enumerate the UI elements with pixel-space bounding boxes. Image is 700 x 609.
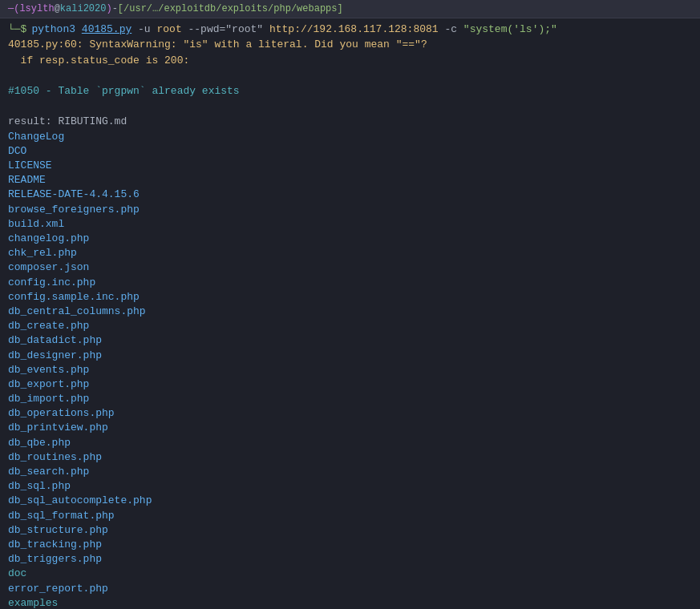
terminal-content: └─$ python3 40185.py -u root --pwd="root… [0, 18, 700, 609]
file-item: composer.json [8, 260, 692, 275]
prompt-arrow: └─$ [8, 23, 26, 35]
file-item: db_designer.php [8, 349, 692, 363]
file-item: db_export.php [8, 377, 692, 392]
file-item: db_tracking.php [8, 538, 692, 552]
file-item: LICENSE [8, 159, 692, 173]
file-item: db_qbe.php [8, 436, 692, 450]
file-item: DCO [8, 144, 692, 159]
prompt-line: └─$ python3 40185.py -u root --pwd="root… [8, 23, 692, 35]
warning-line: 40185.py:60: SyntaxWarning: "is" with a … [8, 37, 692, 53]
title-bar: ─(lsylth@kali2020)-[/usr/…/exploitdb/exp… [0, 0, 700, 18]
warning-indent-line: if resp.status_code is 200: [8, 53, 692, 69]
file-item: db_triggers.php [8, 552, 692, 567]
file-item: db_sql.php [8, 479, 692, 494]
title-host: kali2020 [60, 3, 107, 14]
command-text: python3 40185.py -u root --pwd="root" ht… [31, 23, 556, 35]
file-item: doc [8, 567, 692, 581]
file-item: db_events.php [8, 363, 692, 377]
file-item: examples [8, 596, 692, 609]
terminal-window: ─(lsylth@kali2020)-[/usr/…/exploitdb/exp… [0, 0, 700, 609]
file-item: README [8, 173, 692, 188]
file-item: db_sql_autocomplete.php [8, 494, 692, 508]
script-file: 40185.py [82, 23, 132, 35]
error-line: #1050 - Table `prgpwn` already exists [8, 83, 692, 99]
file-item: db_central_columns.php [8, 304, 692, 319]
file-item: db_sql_format.php [8, 509, 692, 523]
file-item: db_structure.php [8, 523, 692, 538]
file-item: db_import.php [8, 392, 692, 406]
file-item: db_operations.php [8, 406, 692, 421]
file-item: browse_foreigners.php [8, 203, 692, 217]
file-item: error_report.php [8, 582, 692, 596]
file-item: db_printview.php [8, 421, 692, 435]
empty-line-1 [8, 68, 692, 83]
file-item: changelog.php [8, 232, 692, 246]
title-bar-text: ─(lsylth@kali2020)-[/usr/…/exploitdb/exp… [8, 3, 343, 14]
file-item: config.sample.inc.php [8, 290, 692, 304]
title-user: lsylth [19, 3, 54, 14]
file-item: db_routines.php [8, 450, 692, 465]
file-listing: ChangeLogDCOLICENSEREADMERELEASE-DATE-4.… [8, 130, 692, 609]
file-item: db_create.php [8, 319, 692, 333]
file-item: ChangeLog [8, 130, 692, 144]
file-item: db_search.php [8, 465, 692, 479]
empty-line-2 [8, 99, 692, 114]
file-item: RELEASE-DATE-4.4.15.6 [8, 188, 692, 202]
file-item: config.inc.php [8, 276, 692, 290]
file-item: chk_rel.php [8, 246, 692, 260]
file-item: db_datadict.php [8, 333, 692, 348]
title-symbol: ─( [8, 3, 19, 14]
file-item: build.xml [8, 217, 692, 232]
result-label: result: RIBUTING.md [8, 114, 692, 130]
